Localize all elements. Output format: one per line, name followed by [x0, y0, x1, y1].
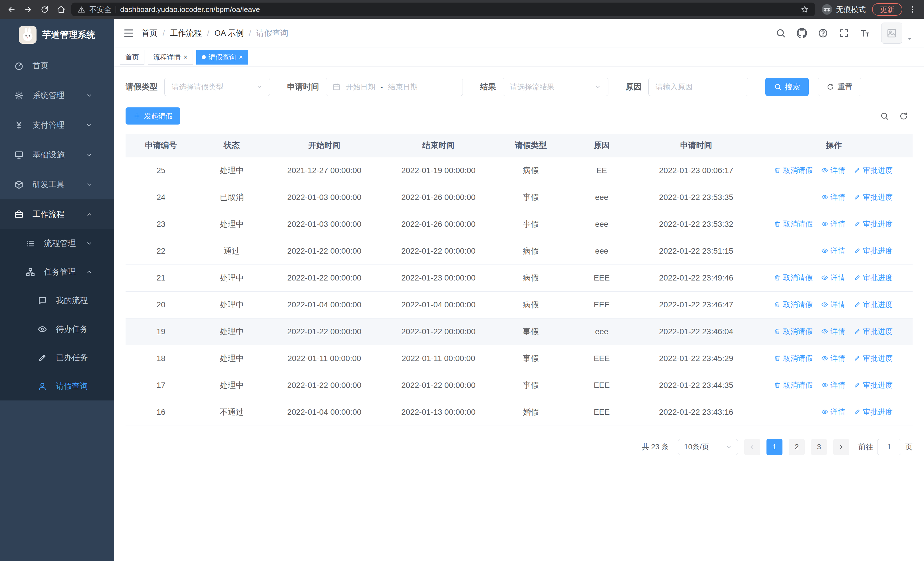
cancel-leave-link[interactable]: 取消请假 [774, 219, 813, 229]
search-icon[interactable] [776, 28, 786, 38]
table-row: 25处理中2021-12-27 00:00:002022-01-19 00:00… [126, 157, 913, 184]
create-leave-button[interactable]: 发起请假 [126, 107, 180, 125]
browser-forward-icon[interactable] [22, 3, 34, 16]
chevron-left-icon [749, 444, 756, 450]
page-button-2[interactable]: 2 [789, 439, 805, 455]
user-menu[interactable] [881, 23, 915, 44]
incognito-label: 无痕模式 [836, 5, 866, 15]
reason-cell: eee [566, 184, 637, 211]
page-size-select[interactable]: 10条/页 [678, 439, 738, 455]
progress-link[interactable]: 审批进度 [854, 407, 892, 417]
edit-icon [854, 274, 861, 281]
apply-time-range-picker[interactable]: 开始日期 - 结束日期 [326, 78, 463, 96]
sidebar-item-devtools[interactable]: 研发工具 [0, 170, 114, 199]
address-bar[interactable]: 不安全 dashboard.yudao.iocoder.cn/bpm/oa/le… [71, 3, 815, 16]
cancel-leave-link[interactable]: 取消请假 [774, 326, 813, 337]
detail-link[interactable]: 详情 [821, 326, 845, 337]
breadcrumb-item[interactable]: 工作流程 [170, 28, 202, 39]
tab-close-icon[interactable]: × [239, 54, 243, 60]
detail-link[interactable]: 详情 [821, 273, 845, 283]
reset-button[interactable]: 重置 [818, 78, 861, 96]
sidebar-item-done-tasks[interactable]: 已办任务 [0, 343, 114, 372]
tab-leave-query[interactable]: 请假查询× [196, 50, 248, 65]
leave-id-cell: 18 [126, 345, 196, 372]
sidebar-item-infrastructure[interactable]: 基础设施 [0, 140, 114, 170]
sidebar-item-workflow[interactable]: 工作流程 [0, 199, 114, 229]
progress-link[interactable]: 审批进度 [854, 219, 892, 229]
sidebar-item-label: 我的流程 [56, 295, 88, 306]
avatar [881, 23, 902, 44]
bookmark-star-icon[interactable] [801, 5, 809, 14]
browser-reload-icon[interactable] [38, 3, 51, 16]
sidebar-item-payment[interactable]: 支付管理 [0, 110, 114, 140]
page-number-list: 123 [766, 439, 827, 455]
sidebar-item-home[interactable]: 首页 [0, 51, 114, 81]
font-size-icon[interactable] [860, 28, 870, 38]
cancel-leave-link[interactable]: 取消请假 [774, 165, 813, 175]
sidebar-item-todo-tasks[interactable]: 待办任务 [0, 315, 114, 343]
browser-menu-icon[interactable] [906, 3, 919, 16]
progress-link[interactable]: 审批进度 [854, 353, 892, 363]
sidebar-item-process-mgmt[interactable]: 流程管理 [0, 229, 114, 258]
tab-home[interactable]: 首页 [120, 50, 144, 65]
toggle-search-icon[interactable] [880, 112, 889, 120]
search-button[interactable]: 搜索 [765, 78, 809, 96]
detail-link[interactable]: 详情 [821, 165, 845, 175]
sidebar-item-leave-query[interactable]: 请假查询 [0, 372, 114, 400]
detail-link[interactable]: 详情 [821, 407, 845, 417]
chevron-down-icon [83, 152, 95, 158]
refresh-table-icon[interactable] [899, 112, 908, 120]
status-cell: 处理中 [196, 211, 267, 238]
detail-link[interactable]: 详情 [821, 219, 845, 229]
detail-link[interactable]: 详情 [821, 192, 845, 202]
security-warning-icon [78, 6, 86, 14]
cancel-leave-link[interactable]: 取消请假 [774, 380, 813, 390]
sidebar-item-my-process[interactable]: 我的流程 [0, 286, 114, 315]
reason-cell: EEE [566, 291, 637, 318]
detail-link[interactable]: 详情 [821, 246, 845, 256]
progress-link[interactable]: 审批进度 [854, 326, 892, 337]
fullscreen-icon[interactable] [839, 28, 849, 38]
breadcrumb-item[interactable]: OA 示例 [214, 28, 244, 39]
progress-link[interactable]: 审批进度 [854, 246, 892, 256]
status-cell: 处理中 [196, 291, 267, 318]
next-page-button[interactable] [833, 439, 849, 455]
trash-icon [774, 167, 781, 174]
cancel-leave-link[interactable]: 取消请假 [774, 273, 813, 283]
eye-icon [821, 221, 828, 227]
goto-page-input[interactable] [877, 439, 901, 455]
progress-link[interactable]: 审批进度 [854, 273, 892, 283]
page-button-3[interactable]: 3 [811, 439, 827, 455]
sidebar-toggle-icon[interactable] [123, 28, 134, 39]
progress-link[interactable]: 审批进度 [854, 300, 892, 310]
column-header: 原因 [566, 134, 637, 157]
task-mgmt-icon [24, 267, 36, 277]
tab-process-detail[interactable]: 流程详情× [148, 50, 193, 65]
tab-close-icon[interactable]: × [183, 54, 188, 60]
result-select[interactable]: 请选择流结果 [503, 78, 608, 96]
end-time-cell: 2022-01-13 00:00:00 [381, 399, 495, 426]
browser-back-icon[interactable] [5, 3, 18, 16]
prev-page-button[interactable] [744, 439, 760, 455]
leave-type-select[interactable]: 请选择请假类型 [164, 78, 270, 96]
page-button-1[interactable]: 1 [766, 439, 783, 455]
github-icon[interactable] [797, 28, 807, 38]
detail-link[interactable]: 详情 [821, 380, 845, 390]
detail-link[interactable]: 详情 [821, 300, 845, 310]
sidebar-item-system[interactable]: 系统管理 [0, 81, 114, 110]
update-button[interactable]: 更新 [872, 3, 902, 16]
incognito-badge: 无痕模式 [821, 4, 866, 15]
edit-icon [854, 382, 861, 388]
reason-input[interactable] [648, 78, 748, 96]
leave-type-cell: 事假 [495, 372, 566, 399]
help-icon[interactable] [818, 28, 828, 38]
cancel-leave-link[interactable]: 取消请假 [774, 353, 813, 363]
detail-link[interactable]: 详情 [821, 353, 845, 363]
sidebar-item-task-mgmt[interactable]: 任务管理 [0, 258, 114, 286]
breadcrumb-item[interactable]: 首页 [141, 28, 158, 39]
cancel-leave-link[interactable]: 取消请假 [774, 300, 813, 310]
progress-link[interactable]: 审批进度 [854, 165, 892, 175]
progress-link[interactable]: 审批进度 [854, 192, 892, 202]
browser-home-icon[interactable] [55, 3, 68, 16]
progress-link[interactable]: 审批进度 [854, 380, 892, 390]
